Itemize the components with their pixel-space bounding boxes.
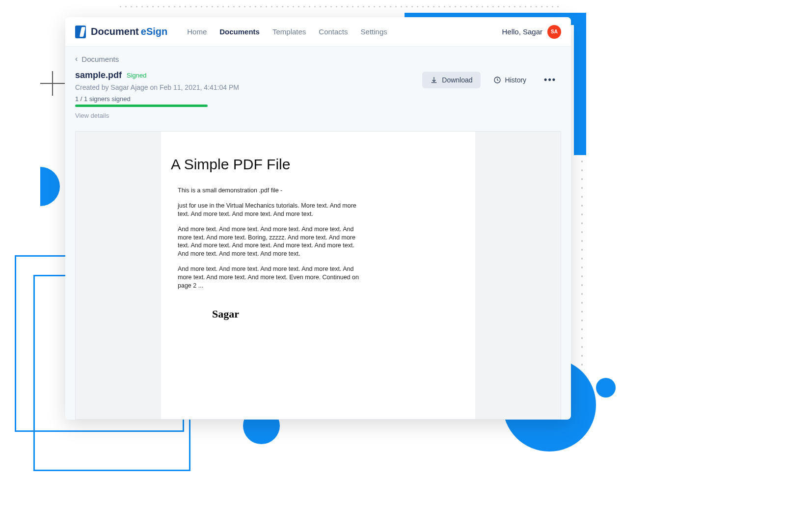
topbar: Document eSign Home Documents Templates …: [65, 17, 571, 47]
decorative-circle: [596, 378, 616, 398]
pdf-viewer[interactable]: A Simple PDF File This is a small demons…: [75, 131, 561, 420]
created-by: Created by Sagar Ajage on Feb 11, 2021, …: [75, 83, 422, 91]
document-header: sample.pdf Signed Created by Sagar Ajage…: [75, 70, 561, 119]
signature: Sagar: [212, 308, 446, 320]
content: ‹ Documents sample.pdf Signed Created by…: [65, 47, 571, 420]
user-greeting: Hello, Sagar: [502, 27, 542, 36]
decorative-half-circle: [40, 167, 60, 206]
signers-count: 1 / 1 signers signed: [75, 95, 422, 103]
more-icon: •••: [544, 75, 556, 85]
history-label: History: [505, 76, 527, 84]
logo-mark-icon: [75, 26, 86, 38]
user-menu[interactable]: Hello, Sagar SA: [502, 25, 561, 39]
document-title: sample.pdf: [75, 70, 122, 80]
download-button[interactable]: Download: [422, 72, 480, 88]
nav-home[interactable]: Home: [187, 27, 207, 36]
nav-contacts[interactable]: Contacts: [319, 27, 348, 36]
document-meta: sample.pdf Signed Created by Sagar Ajage…: [75, 70, 422, 119]
nav-settings[interactable]: Settings: [361, 27, 387, 36]
app-window: Document eSign Home Documents Templates …: [65, 17, 571, 420]
decorative-dots-top: [118, 4, 560, 10]
nav-documents[interactable]: Documents: [219, 27, 260, 36]
pdf-heading: A Simple PDF File: [171, 156, 446, 173]
action-bar: Download History •••: [422, 70, 561, 89]
nav-templates[interactable]: Templates: [272, 27, 306, 36]
history-button[interactable]: History: [486, 72, 535, 88]
pdf-paragraph: And more text. And more text. And more t…: [178, 265, 359, 290]
plus-icon: [40, 71, 65, 96]
chevron-left-icon: ‹: [75, 54, 78, 63]
pdf-paragraph: This is a small demonstration .pdf file …: [178, 186, 359, 195]
more-button[interactable]: •••: [539, 70, 561, 89]
main-nav: Home Documents Templates Contacts Settin…: [187, 27, 387, 36]
view-details-link[interactable]: View details: [75, 112, 422, 119]
avatar: SA: [547, 25, 561, 39]
download-icon: [430, 76, 438, 84]
breadcrumb-label: Documents: [81, 55, 119, 63]
download-label: Download: [442, 76, 472, 84]
pdf-page: A Simple PDF File This is a small demons…: [161, 132, 475, 419]
pdf-paragraph: And more text. And more text. And more t…: [178, 225, 359, 259]
progress-bar: [75, 105, 208, 107]
history-icon: [493, 76, 501, 84]
brand-part2: eSign: [141, 26, 167, 37]
pdf-paragraph: just for use in the Virtual Mechanics tu…: [178, 202, 359, 218]
brand-part1: Document: [91, 26, 139, 37]
pdf-body: This is a small demonstration .pdf file …: [178, 186, 359, 290]
breadcrumb[interactable]: ‹ Documents: [75, 54, 561, 63]
status-badge: Signed: [127, 72, 146, 79]
logo[interactable]: Document eSign: [75, 26, 167, 38]
